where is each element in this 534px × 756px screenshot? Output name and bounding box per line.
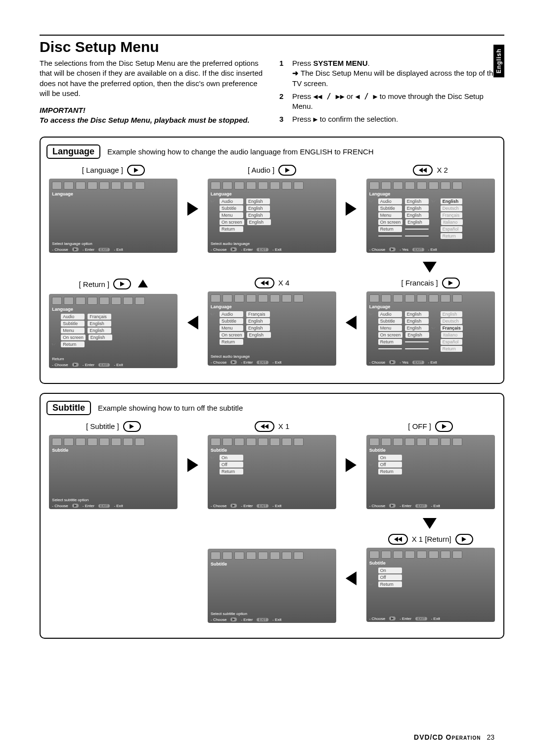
step-label: [ OFF ] [408,422,431,430]
play-button-icon [442,278,460,288]
important-heading: IMPORTANT! [40,105,265,115]
step-label: X 1 [278,422,290,430]
flow-arrow-right-icon [346,202,356,216]
flow-arrow-left-icon [346,571,356,585]
step-label: X 1 [Return] [412,535,451,543]
step-label: [ Audio ] [248,166,274,174]
play-button-icon [435,421,453,432]
flow-arrow-down-icon [423,518,437,529]
step-label: [ Return ] [79,280,109,288]
osd-screen: Subtitle Select subtitle option - Choose… [208,549,336,623]
osd-screen: Language ☞AudioEnglish☞English SubtitleE… [366,179,495,253]
flow-arrow-left-icon [346,316,356,330]
step-label: X 4 [278,279,290,287]
flow-arrow-down-icon [423,262,437,273]
rewind-button-icon [413,165,433,176]
rewind-button-icon [255,421,274,432]
play-button-icon [113,279,131,289]
system-menu-label: SYSTEM MENU [313,59,368,67]
play-button-icon [278,165,296,176]
osd-screen: Language ☞AudioFrançais SubtitleEnglish … [208,291,336,366]
intro-text: The selections from the Disc Setup Menu … [40,58,265,98]
osd-screen: Subtitle On ☞Off Return - Choose▶- Enter… [366,435,495,509]
language-label: Language [46,144,100,159]
subtitle-desc: Example showing how to turn off the subt… [98,404,243,412]
osd-screen: Subtitle On Off ☞Return - Choose▶- Enter… [366,548,495,622]
heading-rule [40,35,504,36]
osd-screen: Language ☞AudioEnglishEnglish SubtitleEn… [366,291,495,366]
subtitle-example: Subtitle Example showing how to turn off… [40,393,504,639]
play-button-icon [127,165,145,176]
osd-screen: Language Select language option - Choose… [49,179,178,253]
page-title: Disc Setup Menu [40,39,504,55]
osd-screen: Subtitle ☞On Off Return - Choose▶- Enter… [208,435,336,509]
step-number: 2 [279,92,287,112]
rewind-forward-icon: ◀◀ / ▶▶ [313,92,345,101]
osd-screen: Language ☞AudioEnglish SubtitleEnglish M… [208,179,336,253]
flow-arrow-right-icon [346,458,356,472]
language-example: Language Example showing how to change t… [40,137,504,384]
flow-arrow-right-icon [187,458,198,472]
rewind-button-icon [388,534,408,545]
step-label: X 2 [437,166,448,174]
language-desc: Example showing how to change the audio … [107,147,374,156]
osd-screen: Language AudioFrançais SubtitleEnglish M… [49,294,178,368]
step1-text-a: Press [292,59,313,67]
step-label: [ Subtitle ] [86,422,119,430]
step3-text: to confirm the selection. [318,115,399,123]
step-number: 1 [279,58,287,89]
left-right-icon: ◀ / ▶ [355,92,377,101]
important-text: To access the Disc Setup Menu, playback … [40,115,265,125]
language-tab: English [493,45,504,77]
flow-arrow-right-icon [187,202,198,216]
subtitle-label: Subtitle [46,401,91,415]
play-button-icon [123,421,141,432]
play-icon: ▶ [313,114,318,124]
step1-result: The Disc Setup Menu will be displayed ac… [292,68,504,89]
rewind-button-icon [255,278,274,288]
step-label: [ Francais ] [401,279,438,287]
step-label: [ Language ] [82,166,123,174]
play-button-icon [455,534,473,545]
osd-screen: Subtitle Select subtitle option - Choose… [49,435,178,509]
step-number: 3 [279,114,287,124]
page-footer: DVD/CD Operation23 [414,733,494,741]
flow-arrow-left-icon [187,316,198,330]
flow-arrow-up-icon [138,280,148,287]
